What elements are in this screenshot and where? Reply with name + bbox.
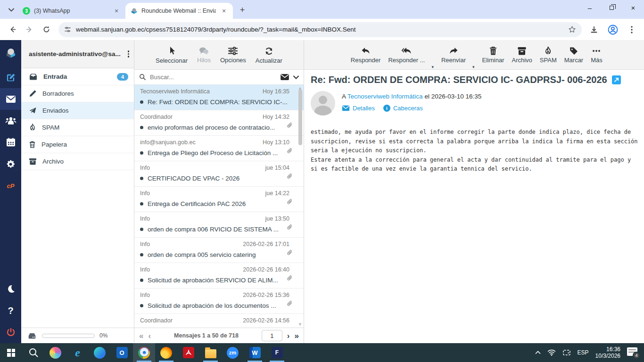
search-scope-mail-icon[interactable] xyxy=(280,74,289,81)
list-toolbar: Seleccionar Hilos Opciones Actualizar xyxy=(134,40,304,70)
tray-expand-chevron-icon[interactable] xyxy=(535,351,541,354)
compose-icon[interactable] xyxy=(0,66,21,88)
pencil-icon xyxy=(29,90,37,98)
help-icon[interactable]: ? xyxy=(0,300,21,321)
first-page-icon[interactable]: « xyxy=(139,332,143,340)
taskbar-clock[interactable]: 16:36 10/3/2026 xyxy=(595,346,620,359)
zoom-button[interactable]: zm xyxy=(222,343,244,362)
search-input[interactable] xyxy=(150,74,276,81)
open-in-new-window-icon[interactable] xyxy=(612,75,621,84)
search-options-chevron-icon[interactable] xyxy=(293,75,299,79)
select-button[interactable]: Seleccionar xyxy=(156,46,188,64)
forward-icon[interactable] xyxy=(22,22,37,37)
more-button[interactable]: Más xyxy=(591,46,603,63)
acrobat-button[interactable] xyxy=(177,343,199,362)
dark-mode-moon-icon[interactable] xyxy=(0,278,21,300)
download-icon[interactable] xyxy=(586,22,602,37)
logout-power-icon[interactable] xyxy=(0,321,21,343)
prev-page-icon[interactable]: ‹ xyxy=(148,332,151,340)
next-page-icon[interactable]: › xyxy=(287,332,290,340)
start-button[interactable] xyxy=(0,343,22,362)
outlook-button[interactable]: O xyxy=(111,343,133,362)
edge-button[interactable] xyxy=(89,343,111,362)
close-button[interactable]: × xyxy=(622,0,644,15)
display-tray-icon[interactable]: a xyxy=(562,349,571,356)
message-row[interactable]: CoordinadorHoy 14:32 envio proformas del… xyxy=(134,110,304,136)
message-row[interactable]: info@sanjuan.gob.ecHoy 13:10 Entrega de … xyxy=(134,136,304,161)
message-row[interactable]: Infojue 15:04 CERTIFICADO DE VPAC - 2026 xyxy=(134,161,304,187)
sidebar-item-borradores[interactable]: Borradores xyxy=(21,85,134,102)
sidebar-item-entrada[interactable]: Entrada 4 xyxy=(21,68,134,85)
details-toggle[interactable]: Detalles xyxy=(342,105,375,112)
browser-menu-icon[interactable] xyxy=(624,22,639,37)
unread-dot xyxy=(140,253,143,256)
unread-dot xyxy=(140,279,143,282)
profile-icon[interactable] xyxy=(605,22,620,37)
recipient-link[interactable]: Tecnoserviweb Informática xyxy=(347,93,423,100)
headers-toggle[interactable]: i Cabeceras xyxy=(383,105,423,112)
roundcube-logo-icon[interactable] xyxy=(0,40,21,66)
mail-icon[interactable] xyxy=(0,88,21,110)
sidebar-item-archivo[interactable]: Archivo xyxy=(21,153,134,170)
archive-button[interactable]: Archivo xyxy=(512,46,532,63)
tab-close-icon[interactable]: × xyxy=(112,7,121,15)
scroll-thumb[interactable] xyxy=(298,90,302,145)
reply-all-button[interactable]: Responder ... xyxy=(388,46,425,63)
word-button[interactable]: W xyxy=(244,343,266,362)
message-row[interactable]: Info2026-02-26 16:40 Solicitud de aproba… xyxy=(134,263,304,288)
options-button[interactable]: Opciones xyxy=(220,46,246,63)
language-indicator[interactable]: ESP xyxy=(578,349,589,356)
message-row[interactable]: Info2026-02-26 17:01 orden de compra 005… xyxy=(134,238,304,263)
scroll-down-icon[interactable]: ▼ xyxy=(298,322,302,327)
back-icon[interactable] xyxy=(5,22,20,37)
firefox-button[interactable] xyxy=(155,343,177,362)
reply-button[interactable]: Responder xyxy=(351,46,381,63)
url-bar[interactable]: webmail.sanjuan.gob.ec/cpsess7518124079/… xyxy=(58,22,582,37)
contacts-icon[interactable] xyxy=(0,110,21,132)
files-app-button[interactable]: F xyxy=(266,343,288,362)
file-explorer-button[interactable] xyxy=(199,343,222,362)
bookmark-star-icon[interactable] xyxy=(568,25,576,33)
cpanel-icon[interactable]: cP xyxy=(0,175,21,197)
tab-whatsapp[interactable]: 3 (3) WhatsApp × xyxy=(18,3,125,19)
last-page-icon[interactable]: » xyxy=(295,332,299,340)
chrome-button[interactable]: ☻ xyxy=(133,343,155,362)
tab-close-icon[interactable]: × xyxy=(220,7,228,15)
sidebar-item-enviados[interactable]: Enviados xyxy=(21,102,134,119)
page-number-input[interactable]: 1 xyxy=(262,330,282,341)
taskbar-search-button[interactable] xyxy=(22,343,44,362)
minimize-button[interactable]: – xyxy=(579,0,601,15)
url-text[interactable]: webmail.sanjuan.gob.ec/cpsess7518124079/… xyxy=(76,26,563,33)
message-row[interactable]: Coordinador2026-02-26 14:56 xyxy=(134,314,304,328)
sidebar-item-papelera[interactable]: Papelera xyxy=(21,136,134,153)
list-scrollbar[interactable]: ▲ ▼ xyxy=(297,85,304,328)
window-controls: – × xyxy=(579,0,644,15)
new-tab-button[interactable]: + xyxy=(236,3,249,16)
reload-icon[interactable] xyxy=(39,22,54,37)
threads-button[interactable]: Hilos xyxy=(197,46,211,63)
restore-button[interactable] xyxy=(601,0,622,15)
account-menu-icon[interactable] xyxy=(128,50,130,58)
mail-view-panel: Responder Responder ... ▾ Reenviar ▾ Eli… xyxy=(304,40,644,343)
notification-center-icon[interactable]: 4 xyxy=(627,347,639,358)
message-row[interactable]: Infojue 13:50 orden de compra 006 RVICIO… xyxy=(134,212,304,238)
chrome-profile-badge-icon: ☻ xyxy=(140,347,149,357)
internet-explorer-button[interactable]: e xyxy=(66,343,89,362)
forward-menu-icon[interactable]: ▾ xyxy=(472,65,475,69)
message-row[interactable]: Tecnoserviweb InformáticaHoy 16:35 Re: F… xyxy=(134,85,304,110)
mark-button[interactable]: Marcar xyxy=(564,46,583,63)
tab-search-icon[interactable] xyxy=(5,3,18,16)
settings-gear-icon[interactable] xyxy=(0,153,21,175)
tab-roundcube[interactable]: Roundcube Webmail :: Enviado × xyxy=(125,3,233,19)
wifi-icon[interactable] xyxy=(547,349,556,356)
forward-button[interactable]: Reenviar xyxy=(441,46,466,63)
sidebar-item-spam[interactable]: SPAM xyxy=(21,119,134,136)
reply-all-menu-icon[interactable]: ▾ xyxy=(431,65,434,69)
copilot-button[interactable] xyxy=(44,343,66,362)
spam-button[interactable]: SPAM xyxy=(540,46,557,63)
message-row[interactable]: Info2026-02-26 15:36 Solicitud de aproba… xyxy=(134,288,304,314)
message-row[interactable]: Infojue 14:22 Entrega de Certificación P… xyxy=(134,187,304,212)
refresh-button[interactable]: Actualizar xyxy=(256,46,282,64)
delete-button[interactable]: Eliminar xyxy=(482,46,504,63)
calendar-icon[interactable] xyxy=(0,132,21,153)
